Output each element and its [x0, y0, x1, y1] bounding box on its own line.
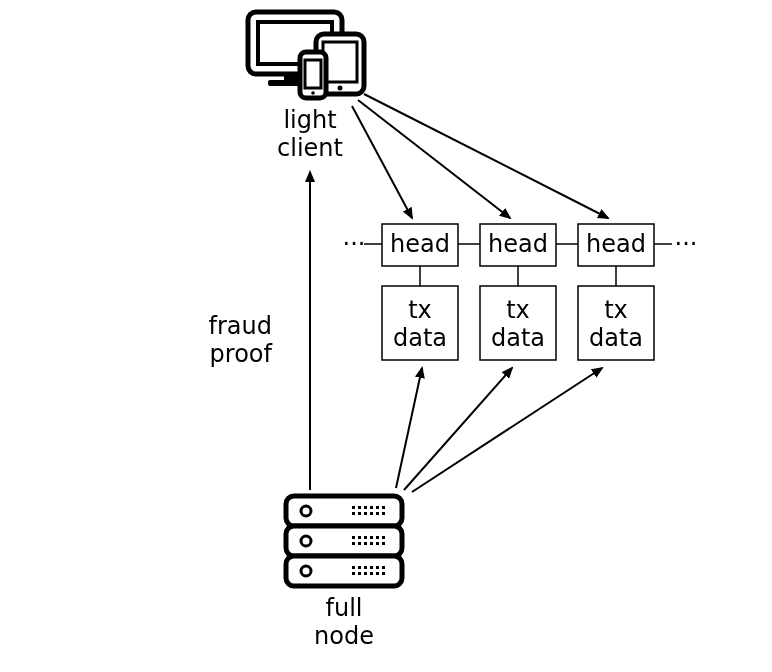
- tx-label-1a: tx: [408, 296, 432, 324]
- light-client-label-line1: light: [283, 106, 336, 134]
- svg-rect-36: [370, 512, 373, 515]
- svg-rect-32: [382, 506, 385, 509]
- tx-label-1b: data: [393, 324, 447, 352]
- block-2: head tx data: [480, 224, 556, 360]
- light-client-label-line2: client: [277, 134, 343, 162]
- head-label: head: [586, 230, 646, 258]
- right-dots: ···: [675, 230, 698, 258]
- svg-rect-30: [370, 506, 373, 509]
- server-icon: [286, 496, 402, 586]
- left-dots: ···: [343, 230, 366, 258]
- svg-rect-59: [376, 566, 379, 569]
- svg-rect-61: [352, 572, 355, 575]
- head-label: head: [488, 230, 548, 258]
- tx-label-2b: data: [491, 324, 545, 352]
- block-3: head tx data: [578, 224, 654, 360]
- svg-rect-38: [382, 512, 385, 515]
- svg-point-9: [311, 91, 315, 95]
- svg-point-6: [338, 86, 343, 91]
- svg-rect-65: [376, 572, 379, 575]
- svg-rect-46: [382, 536, 385, 539]
- full-node-to-tx-arrows: [396, 368, 602, 492]
- tx-label-2a: tx: [506, 296, 530, 324]
- svg-rect-34: [358, 512, 361, 515]
- svg-line-22: [396, 368, 422, 488]
- svg-rect-55: [352, 566, 355, 569]
- svg-rect-45: [376, 536, 379, 539]
- svg-rect-56: [358, 566, 361, 569]
- svg-rect-52: [382, 542, 385, 545]
- svg-rect-27: [352, 506, 355, 509]
- tx-label-3a: tx: [604, 296, 628, 324]
- svg-point-26: [301, 506, 311, 516]
- svg-point-40: [301, 536, 311, 546]
- light-client-to-heads-arrows: [352, 94, 608, 218]
- svg-rect-8: [305, 60, 321, 88]
- svg-rect-28: [358, 506, 361, 509]
- svg-rect-31: [376, 506, 379, 509]
- svg-rect-44: [370, 536, 373, 539]
- svg-rect-48: [358, 542, 361, 545]
- diagram-canvas: light client fraud proof ··· head tx dat…: [0, 0, 772, 672]
- block-1: head tx data: [382, 224, 458, 360]
- svg-rect-47: [352, 542, 355, 545]
- svg-rect-57: [364, 566, 367, 569]
- svg-rect-51: [376, 542, 379, 545]
- svg-rect-62: [358, 572, 361, 575]
- tx-label-3b: data: [589, 324, 643, 352]
- fraud-proof-label-line2: proof: [210, 340, 273, 368]
- svg-rect-42: [358, 536, 361, 539]
- svg-point-54: [301, 566, 311, 576]
- svg-rect-64: [370, 572, 373, 575]
- head-label: head: [390, 230, 450, 258]
- svg-rect-37: [376, 512, 379, 515]
- svg-line-24: [412, 368, 602, 492]
- svg-rect-66: [382, 572, 385, 575]
- full-node-label-line1: full: [326, 594, 363, 622]
- svg-rect-60: [382, 566, 385, 569]
- svg-rect-35: [364, 512, 367, 515]
- svg-rect-33: [352, 512, 355, 515]
- svg-rect-63: [364, 572, 367, 575]
- svg-line-19: [352, 106, 412, 218]
- devices-icon: [248, 12, 364, 98]
- svg-rect-41: [352, 536, 355, 539]
- fraud-proof-label-line1: fraud: [209, 312, 272, 340]
- svg-rect-49: [364, 542, 367, 545]
- svg-rect-43: [364, 536, 367, 539]
- svg-rect-50: [370, 542, 373, 545]
- svg-rect-58: [370, 566, 373, 569]
- svg-line-23: [404, 368, 512, 490]
- full-node-label-line2: node: [314, 622, 374, 650]
- svg-rect-29: [364, 506, 367, 509]
